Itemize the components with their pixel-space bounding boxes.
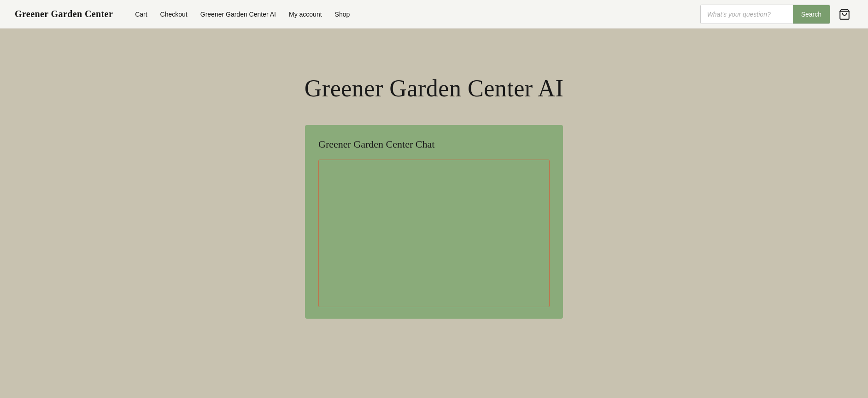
navbar: Greener Garden Center Cart Checkout Gree… (0, 0, 868, 29)
nav-link-ai[interactable]: Greener Garden Center AI (200, 11, 276, 18)
page-title: Greener Garden Center AI (305, 75, 564, 102)
site-title: Greener Garden Center (15, 9, 113, 19)
nav-link-checkout[interactable]: Checkout (160, 11, 188, 18)
search-input[interactable] (701, 5, 793, 24)
chat-container: Greener Garden Center Chat (305, 125, 563, 319)
navbar-right: Search (700, 5, 853, 24)
nav-links: Cart Checkout Greener Garden Center AI M… (135, 11, 350, 18)
cart-icon (839, 8, 850, 20)
search-button[interactable]: Search (793, 5, 830, 24)
chat-title: Greener Garden Center Chat (318, 138, 550, 150)
cart-icon-button[interactable] (836, 6, 853, 23)
nav-link-cart[interactable]: Cart (135, 11, 147, 18)
search-container: Search (700, 5, 830, 24)
nav-link-myaccount[interactable]: My account (289, 11, 322, 18)
navbar-left: Greener Garden Center Cart Checkout Gree… (15, 9, 350, 19)
chat-area[interactable] (318, 160, 550, 307)
nav-link-shop[interactable]: Shop (335, 11, 350, 18)
main-content: Greener Garden Center AI Greener Garden … (0, 29, 868, 398)
